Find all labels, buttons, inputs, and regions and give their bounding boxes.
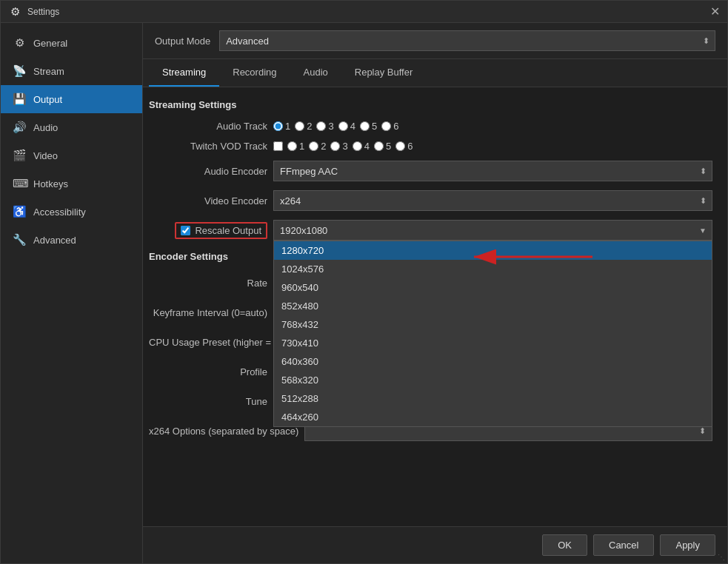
tab-recording[interactable]: Recording [219, 59, 290, 87]
sidebar-item-label: Accessibility [33, 207, 86, 218]
tune-label: Tune [149, 396, 267, 407]
tab-audio[interactable]: Audio [290, 59, 341, 87]
accessibility-icon: ♿ [13, 205, 26, 218]
hotkeys-icon: ⌨ [13, 177, 26, 190]
cancel-button[interactable]: Cancel [593, 534, 654, 556]
settings-window: ⚙ Settings ✕ ⚙ General 📡 Stream 💾 Output… [0, 0, 728, 564]
resize-handle[interactable]: ⋱ [718, 553, 725, 561]
footer: OK Cancel Apply [143, 526, 727, 563]
sidebar-item-label: Stream [33, 66, 64, 77]
video-encoder-select[interactable]: x264 [273, 190, 712, 211]
sidebar-item-label: General [33, 38, 67, 49]
dropdown-item-464x260[interactable]: 464x260 [274, 408, 712, 426]
rescale-output-checkbox[interactable] [181, 226, 190, 235]
rescale-checkbox-area: Rescale Output [175, 222, 267, 239]
main-content: ⚙ General 📡 Stream 💾 Output 🔊 Audio 🎬 Vi… [1, 23, 727, 563]
audio-track-1: 1 [273, 121, 290, 132]
titlebar: ⚙ Settings ✕ [1, 1, 727, 23]
audio-track-radio-4[interactable] [338, 121, 348, 131]
twitch-vod-label: Twitch VOD Track [149, 141, 267, 152]
rescale-output-label: Rescale Output [195, 225, 261, 236]
rescale-output-select[interactable]: 1920x1080 [273, 220, 712, 241]
video-encoder-control: x264 [273, 190, 712, 211]
audio-track-radio-5[interactable] [360, 121, 370, 131]
video-icon: 🎬 [13, 149, 26, 162]
twitch-vod-3: 3 [330, 141, 347, 152]
rescale-label-wrapper: Rescale Output [149, 222, 267, 239]
tab-replay-buffer[interactable]: Replay Buffer [341, 59, 427, 87]
audio-track-5: 5 [360, 121, 377, 132]
sidebar-item-advanced[interactable]: 🔧 Advanced [1, 226, 142, 254]
audio-encoder-label: Audio Encoder [149, 166, 267, 177]
twitch-vod-radio-3[interactable] [330, 141, 340, 151]
stream-icon: 📡 [13, 64, 26, 78]
audio-track-6: 6 [381, 121, 398, 132]
dropdown-item-852x480[interactable]: 852x480 [274, 297, 712, 315]
tab-streaming[interactable]: Streaming [149, 59, 219, 87]
right-panel: Output Mode Simple Advanced Streaming Re… [143, 23, 727, 563]
dropdown-item-1024x576[interactable]: 1024x576 [274, 260, 712, 278]
dropdown-item-960x540[interactable]: 960x540 [274, 278, 712, 297]
audio-track-radio-1[interactable] [273, 121, 283, 131]
sidebar-item-general[interactable]: ⚙ General [1, 29, 142, 57]
twitch-vod-5: 5 [374, 141, 391, 152]
rescale-select-wrapper: 1920x1080 1280x720 1024x576 960x540 852x… [273, 220, 712, 241]
output-icon: 💾 [13, 93, 26, 106]
dropdown-item-512x288[interactable]: 512x288 [274, 389, 712, 408]
close-button[interactable]: ✕ [710, 6, 720, 18]
twitch-vod-radio-2[interactable] [309, 141, 318, 151]
sidebar-item-label: Video [33, 150, 58, 161]
output-mode-select-wrapper: Simple Advanced [219, 30, 715, 51]
twitch-vod-radio-1[interactable] [287, 141, 297, 151]
apply-button[interactable]: Apply [660, 534, 715, 556]
video-encoder-label: Video Encoder [149, 195, 267, 207]
audio-track-label: Audio Track [149, 121, 267, 132]
output-mode-select[interactable]: Simple Advanced [219, 30, 715, 51]
sidebar-item-label: Audio [33, 122, 58, 133]
sidebar-item-stream[interactable]: 📡 Stream [1, 57, 142, 85]
video-encoder-row: Video Encoder x264 [149, 190, 712, 211]
rescale-dropdown: 1280x720 1024x576 960x540 852x480 768x43… [273, 241, 712, 427]
twitch-vod-radio-4[interactable] [353, 141, 362, 151]
general-icon: ⚙ [13, 36, 26, 50]
ok-button[interactable]: OK [542, 534, 587, 556]
advanced-icon: 🔧 [13, 233, 26, 246]
output-mode-bar: Output Mode Simple Advanced [143, 23, 727, 59]
dropdown-item-1280x720[interactable]: 1280x720 [274, 241, 712, 260]
twitch-vod-radio-5[interactable] [374, 141, 384, 151]
audio-encoder-select[interactable]: FFmpeg AAC [273, 161, 712, 181]
sidebar-item-output[interactable]: 💾 Output [1, 85, 142, 113]
audio-track-group: 1 2 3 4 [273, 121, 398, 132]
profile-label: Profile [149, 366, 267, 377]
dropdown-item-730x410[interactable]: 730x410 [274, 334, 712, 352]
audio-encoder-control: FFmpeg AAC [273, 161, 712, 181]
twitch-vod-6: 6 [395, 141, 413, 152]
settings-body: Streaming Settings Audio Track 1 2 [143, 87, 727, 526]
window-title: Settings [27, 7, 59, 17]
twitch-vod-2: 2 [309, 141, 326, 152]
tabs-bar: Streaming Recording Audio Replay Buffer [143, 59, 727, 87]
sidebar-item-audio[interactable]: 🔊 Audio [1, 113, 142, 141]
dropdown-item-640x360[interactable]: 640x360 [274, 352, 712, 371]
twitch-vod-4: 4 [353, 141, 370, 152]
sidebar-item-label: Output [33, 94, 62, 105]
audio-encoder-row: Audio Encoder FFmpeg AAC [149, 161, 712, 181]
audio-track-4: 4 [338, 121, 355, 132]
audio-track-radio-3[interactable] [316, 121, 326, 131]
keyframe-interval-label: Keyframe Interval (0=auto) [149, 307, 267, 318]
app-icon: ⚙ [8, 5, 21, 19]
sidebar-item-accessibility[interactable]: ♿ Accessibility [1, 198, 142, 226]
twitch-vod-checkbox[interactable] [273, 141, 283, 151]
audio-track-radio-6[interactable] [381, 121, 391, 131]
sidebar-item-video[interactable]: 🎬 Video [1, 141, 142, 169]
audio-track-radio-2[interactable] [295, 121, 304, 131]
sidebar-item-hotkeys[interactable]: ⌨ Hotkeys [1, 169, 142, 198]
titlebar-left: ⚙ Settings [8, 5, 59, 19]
dropdown-item-568x320[interactable]: 568x320 [274, 371, 712, 389]
audio-track-row: Audio Track 1 2 3 [149, 121, 712, 132]
sidebar-item-label: Hotkeys [33, 178, 68, 189]
sidebar: ⚙ General 📡 Stream 💾 Output 🔊 Audio 🎬 Vi… [1, 23, 143, 563]
twitch-vod-radio-6[interactable] [395, 141, 405, 151]
dropdown-item-768x432[interactable]: 768x432 [274, 315, 712, 334]
audio-track-2: 2 [295, 121, 312, 132]
